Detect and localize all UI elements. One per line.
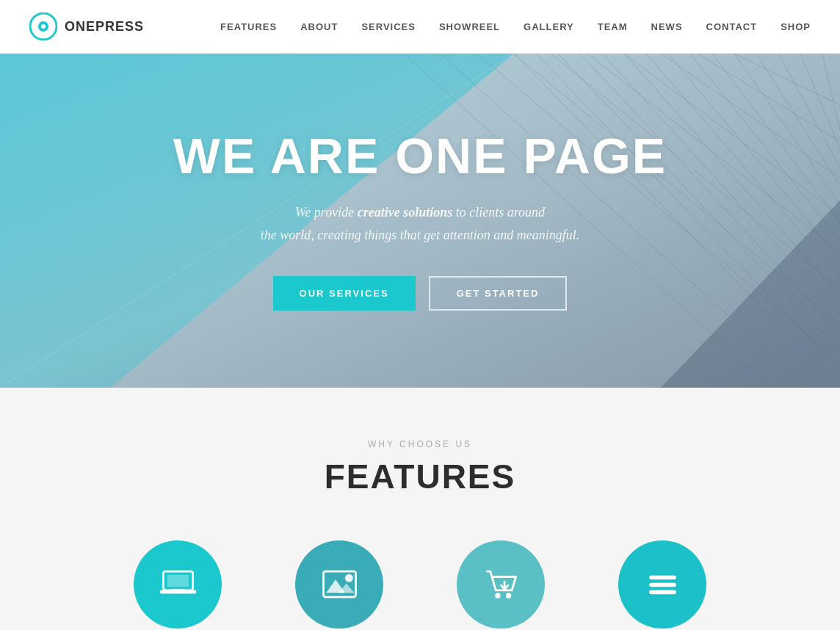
nav-news[interactable]: NEWS — [651, 21, 683, 32]
logo-icon — [29, 12, 57, 40]
nav-showreel[interactable]: SHOWREEL — [439, 21, 500, 32]
image-icon — [319, 565, 360, 605]
svg-rect-33 — [167, 574, 188, 587]
logo[interactable]: ONEPRESS — [29, 12, 144, 40]
nav-links: FEATURES ABOUT SERVICES SHOWREEL GALLERY… — [220, 20, 811, 33]
svg-point-41 — [505, 593, 510, 598]
our-services-button[interactable]: OUR SERVICES — [273, 276, 416, 311]
features-section: WHY CHOOSE US FEATURES Responsive Design — [0, 388, 840, 630]
responsive-icon-circle — [134, 540, 222, 629]
list-icon — [642, 565, 683, 605]
nav-contact[interactable]: CONTACT — [706, 21, 758, 32]
nav-team[interactable]: TEAM — [598, 21, 628, 32]
svg-point-40 — [495, 593, 500, 598]
svg-rect-45 — [649, 590, 676, 594]
woo-icon-circle — [457, 540, 545, 629]
nav-services[interactable]: SERVICES — [361, 21, 416, 32]
nav-about[interactable]: ABOUT — [300, 21, 338, 32]
hero-title: WE ARE ONE PAGE — [173, 131, 667, 181]
hero-subtitle: We provide creative solutions to clients… — [173, 201, 667, 246]
features-title: FEATURES — [29, 457, 811, 496]
nav-gallery[interactable]: GALLERY — [524, 21, 574, 32]
svg-point-2 — [41, 24, 46, 29]
nav-shop[interactable]: SHOP — [781, 21, 811, 32]
navbar: ONEPRESS FEATURES ABOUT SERVICES SHOWREE… — [0, 0, 840, 54]
get-started-button[interactable]: GET STARTED — [429, 276, 568, 311]
svg-rect-43 — [649, 575, 676, 579]
parallax-icon-circle — [295, 540, 383, 629]
hero-section: WE ARE ONE PAGE We provide creative solu… — [0, 54, 840, 388]
svg-point-39 — [344, 573, 352, 582]
feature-content: Content Blocks — [604, 540, 721, 630]
cart-icon — [481, 565, 521, 605]
hero-buttons: OUR SERVICES GET STARTED — [173, 276, 667, 311]
nav-features[interactable]: FEATURES — [220, 21, 277, 32]
features-grid: Responsive Design Parallax Effect — [29, 540, 811, 630]
svg-rect-35 — [171, 589, 184, 591]
feature-responsive: Responsive Design — [119, 540, 236, 630]
features-eyebrow: WHY CHOOSE US — [29, 439, 811, 449]
laptop-icon — [158, 565, 198, 605]
hero-content: WE ARE ONE PAGE We provide creative solu… — [173, 131, 667, 310]
feature-woo: WooCommerce — [442, 540, 560, 630]
svg-rect-44 — [649, 582, 676, 587]
hero-subtitle-bold: creative solutions — [358, 205, 453, 220]
content-icon-circle — [618, 540, 706, 629]
logo-text: ONEPRESS — [65, 19, 144, 35]
feature-parallax: Parallax Effect — [280, 540, 398, 630]
